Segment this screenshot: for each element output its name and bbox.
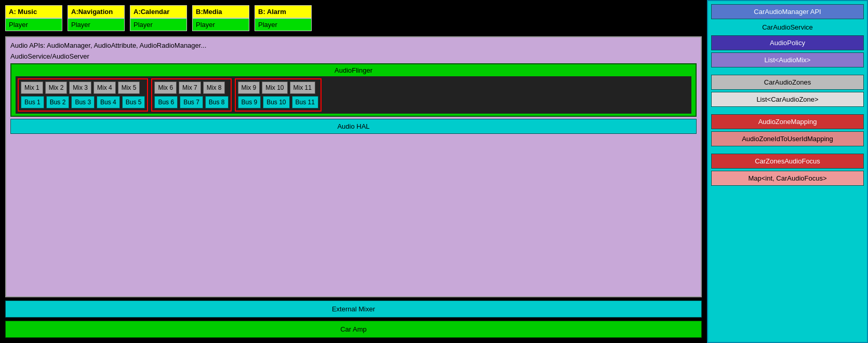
- bus-box: Bus 11: [292, 96, 318, 108]
- main-diagram: A: MusicPlayerA:NavigationPlayerA:Calend…: [0, 0, 707, 343]
- mix-zone: Mix 9Mix 10Mix 11Bus 9Bus 10Bus 11: [235, 78, 322, 112]
- app-block: B: AlarmPlayer: [255, 5, 312, 31]
- app-player: Player: [5, 18, 62, 31]
- mix-box: Mix 8: [203, 81, 225, 94]
- audio-zone-mapping: AudioZoneMapping: [711, 114, 864, 129]
- audio-stack: Audio APIs: AudioManager, AudioAttribute…: [5, 36, 702, 297]
- bus-box: Bus 8: [205, 96, 229, 108]
- mix-box: Mix 6: [154, 81, 177, 94]
- app-player: Player: [192, 18, 249, 31]
- mix-box: Mix 11: [290, 81, 315, 94]
- mix-box: Mix 3: [69, 81, 91, 94]
- bus-box: Bus 7: [180, 96, 203, 108]
- audio-policy: AudioPolicy: [711, 35, 864, 50]
- car-amp: Car Amp: [5, 321, 702, 338]
- list-audio-mix: List<AudioMix>: [711, 52, 864, 67]
- app-block: A:CalendarPlayer: [130, 5, 187, 31]
- app-label: B:Media: [192, 5, 249, 18]
- bus-box: Bus 2: [46, 96, 70, 108]
- audio-zone-id-to-user-id-mapping: AudioZoneIdToUserIdMapping: [711, 131, 864, 146]
- app-block: A:NavigationPlayer: [68, 5, 125, 31]
- list-car-audio-zone: List<CarAudioZone>: [711, 92, 864, 107]
- audio-flinger-label: AudioFlinger: [16, 66, 691, 74]
- bus-box: Bus 5: [122, 96, 145, 108]
- mix-box: Mix 10: [262, 81, 287, 94]
- bus-box: Bus 6: [154, 96, 178, 108]
- hal-section: Audio HAL: [10, 119, 697, 134]
- external-mixer: External Mixer: [5, 300, 702, 318]
- bus-box: Bus 4: [97, 96, 120, 108]
- mix-box: Mix 9: [238, 81, 260, 94]
- mix-zone-container: Mix 1Mix 2Mix 3Mix 4Mix 5Bus 1Bus 2Bus 3…: [16, 76, 691, 114]
- app-player: Player: [68, 18, 125, 31]
- app-player: Player: [130, 18, 187, 31]
- app-block: A: MusicPlayer: [5, 5, 62, 31]
- audio-service-label: AudioService/AudioServer: [10, 52, 697, 60]
- app-label: A:Navigation: [68, 5, 125, 18]
- car-zones-audio-focus: CarZonesAudioFocus: [711, 154, 864, 169]
- car-audio-manager-api: CarAudioManager API: [711, 4, 864, 19]
- app-label: A:Calendar: [130, 5, 187, 18]
- map-car-audio-focus: Map<int, CarAudioFocus>: [711, 171, 864, 186]
- audio-apis-label: Audio APIs: AudioManager, AudioAttribute…: [10, 42, 697, 49]
- car-audio-zones: CarAudioZones: [711, 75, 864, 90]
- app-player: Player: [255, 18, 312, 31]
- mix-zone: Mix 6Mix 7Mix 8Bus 6Bus 7Bus 8: [151, 78, 231, 112]
- mix-zone: Mix 1Mix 2Mix 3Mix 4Mix 5Bus 1Bus 2Bus 3…: [18, 78, 148, 112]
- bus-box: Bus 3: [71, 96, 95, 108]
- app-label: B: Alarm: [255, 5, 312, 18]
- mix-box: Mix 2: [45, 81, 68, 94]
- car-audio-service-label: CarAudioService: [711, 21, 864, 33]
- app-label: A: Music: [5, 5, 62, 18]
- app-row: A: MusicPlayerA:NavigationPlayerA:Calend…: [5, 5, 702, 31]
- mix-box: Mix 7: [179, 81, 201, 94]
- app-block: B:MediaPlayer: [192, 5, 249, 31]
- mix-box: Mix 4: [94, 81, 116, 94]
- bus-box: Bus 1: [21, 96, 44, 108]
- bus-box: Bus 9: [238, 96, 261, 108]
- right-panel: CarAudioManager API CarAudioService Audi…: [707, 0, 868, 343]
- audio-flinger-section: AudioFlinger Mix 1Mix 2Mix 3Mix 4Mix 5Bu…: [10, 63, 697, 117]
- mix-box: Mix 1: [21, 81, 43, 94]
- mix-box: Mix 5: [118, 81, 140, 94]
- bus-box: Bus 10: [263, 96, 289, 108]
